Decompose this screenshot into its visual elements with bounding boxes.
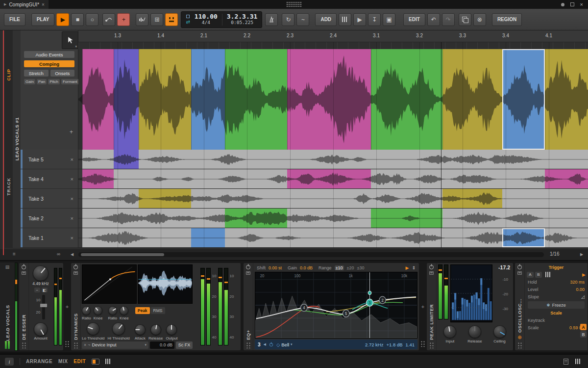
split-mode-icon[interactable]: ~ (34, 288, 40, 292)
band-gain-value[interactable]: +1.8 dB (386, 342, 402, 347)
folder-icon[interactable] (22, 271, 26, 275)
tab-stretch[interactable]: Stretch (24, 70, 49, 77)
comp-lane[interactable] (78, 49, 588, 150)
power-icon[interactable] (246, 265, 250, 269)
track-mode-label[interactable]: TRACK (6, 178, 11, 196)
info-button[interactable]: i (5, 358, 14, 366)
power-icon[interactable] (517, 265, 522, 269)
take-lane[interactable] (78, 228, 588, 248)
position-value[interactable]: 3.2.3.31 (227, 13, 258, 20)
drag-handle-icon[interactable] (65, 341, 70, 347)
trigger-a-button[interactable]: A (527, 272, 534, 278)
trigger-b-button[interactable]: B (535, 272, 542, 278)
tab-audio-events[interactable]: Audio Events (24, 51, 74, 58)
tab-formant[interactable]: Formant (61, 79, 79, 84)
metronome-button[interactable] (265, 13, 278, 26)
view-tab-mix[interactable]: MIX (58, 359, 68, 364)
mixer-panel-toggle-icon[interactable] (105, 359, 111, 364)
timeline-ruler[interactable]: 1.31.42.12.22.32.43.13.23.33.44.1 (78, 30, 588, 42)
scrollbar-handle[interactable] (81, 253, 164, 256)
drag-handle-icon[interactable] (429, 342, 434, 348)
release-knob[interactable] (150, 324, 161, 335)
slope-icon[interactable]: ◿ (581, 294, 585, 299)
take-highlight-pink[interactable] (287, 169, 371, 188)
gain-value[interactable]: 0.0 dB (300, 265, 313, 270)
import-button[interactable]: ↧ (368, 13, 381, 26)
project-tab[interactable]: ▶ CompingGUI* × (0, 0, 49, 9)
folder-icon[interactable] (517, 271, 522, 275)
grid-resolution-value[interactable]: 1/16 (550, 251, 559, 257)
device-dynamics[interactable]: DYNAMICS Ratio Knee Ratio Knee Peak RMS (71, 263, 241, 351)
sidechain-fx-button[interactable]: Sc FX (176, 342, 193, 349)
knee-knob[interactable] (120, 306, 128, 315)
sync-arrows-icon[interactable]: ⇄ (186, 20, 190, 25)
device-peak-limiter[interactable]: PEAK LIMITER -17.2 -10 -20 -30 Input R (426, 263, 514, 351)
tempo-display[interactable]: 110.00 4/4 (195, 13, 218, 26)
maximize-icon[interactable] (570, 2, 574, 6)
clip-mode-label[interactable]: CLIP (6, 69, 11, 81)
rms-mode-button[interactable]: RMS (151, 307, 165, 314)
trigger-play-icon[interactable]: ▶ (582, 272, 586, 277)
comp-region-olive[interactable] (139, 49, 191, 150)
take-lane[interactable] (78, 189, 588, 209)
scroll-right-icon[interactable]: ▶ (580, 252, 583, 257)
band-prev-icon[interactable]: ◀ (264, 342, 266, 346)
link-icon[interactable]: ∞ (57, 251, 60, 257)
hi-threshold-knob[interactable] (112, 322, 125, 335)
ratio-knob[interactable] (108, 306, 117, 315)
redo-button[interactable]: ↷ (442, 13, 455, 26)
browser-button[interactable] (339, 13, 351, 26)
stop-button[interactable]: ■ (71, 13, 84, 26)
comp-region-olive[interactable] (545, 49, 588, 150)
range-20-button[interactable]: ±20 (347, 265, 354, 270)
drag-handle-icon[interactable] (517, 342, 522, 348)
take-highlight-pink[interactable] (545, 169, 588, 188)
threshold-slider[interactable] (42, 295, 45, 319)
spectrum-toggle-icon[interactable]: ▶ (406, 265, 409, 270)
region-menu-button[interactable]: REGION (492, 13, 522, 26)
band-q-value[interactable]: 1.41 (406, 342, 415, 347)
power-icon[interactable] (429, 265, 434, 269)
automation-write-button[interactable] (102, 13, 115, 26)
view-tab-edit[interactable]: EDIT (74, 359, 86, 364)
drag-handle-icon[interactable] (420, 341, 425, 347)
sidechain-gain-value[interactable]: 0.0 dB (150, 342, 174, 349)
groove-button[interactable]: ~ (296, 13, 309, 26)
tab-pitch[interactable]: Pitch (48, 79, 60, 84)
add-modulator-icon[interactable]: ⊕ (517, 335, 521, 340)
play-button[interactable]: ▶ (56, 13, 69, 26)
lanes-icon[interactable]: ≡ (13, 251, 16, 257)
device-eq-plus[interactable]: EQ+ Shift 0.00 st Gain 0.0 dB Range ±10 … (243, 263, 419, 351)
range-30-button[interactable]: ±30 (357, 265, 365, 270)
keytrack-label[interactable]: Keytrack (528, 318, 545, 323)
window-close-icon[interactable]: × (580, 2, 583, 7)
tempo-value[interactable]: 110.00 (195, 13, 218, 20)
folder-icon[interactable] (246, 271, 250, 275)
add-menu-button[interactable]: ADD (315, 13, 337, 26)
take-highlight-green[interactable] (371, 209, 442, 228)
insert-device-slot[interactable]: + (420, 263, 425, 351)
time-value[interactable]: 0:05.225 (231, 20, 253, 25)
sidechain-source-select[interactable]: × ~ Device Input ▾ (82, 342, 148, 349)
ceiling-knob[interactable] (493, 325, 506, 338)
release-knob[interactable] (468, 325, 481, 338)
peak-mode-button[interactable]: Peak (135, 307, 150, 314)
take-highlight-olive[interactable] (139, 189, 191, 208)
take-header[interactable]: Take 1× (21, 228, 78, 248)
add-track-button[interactable]: ⊞ (150, 13, 163, 26)
scrollbar-track[interactable] (78, 252, 544, 257)
tab-gain[interactable]: Gain (24, 79, 35, 84)
preview-button[interactable]: ▶ (353, 13, 366, 26)
view-tab-arrange[interactable]: ARRANGE (26, 359, 52, 364)
drag-handle-icon[interactable] (22, 342, 26, 348)
take-close-button[interactable]: × (71, 235, 78, 241)
tool-selector[interactable]: ▾ (62, 31, 78, 49)
attack-knob[interactable] (135, 324, 146, 335)
insert-device-slot[interactable]: + (65, 263, 70, 351)
time-signature-value[interactable]: 4/4 (202, 20, 210, 25)
range-10-button[interactable]: ±10 (335, 265, 344, 270)
device-oscilloscope[interactable]: OSCILLOSC... ⊕ Trigger A B ▶ Hold 320 ms… (514, 263, 588, 351)
tab-pan[interactable]: Pan (37, 79, 47, 84)
take-highlight-green[interactable] (225, 209, 287, 228)
gain-history-display[interactable] (138, 264, 193, 304)
